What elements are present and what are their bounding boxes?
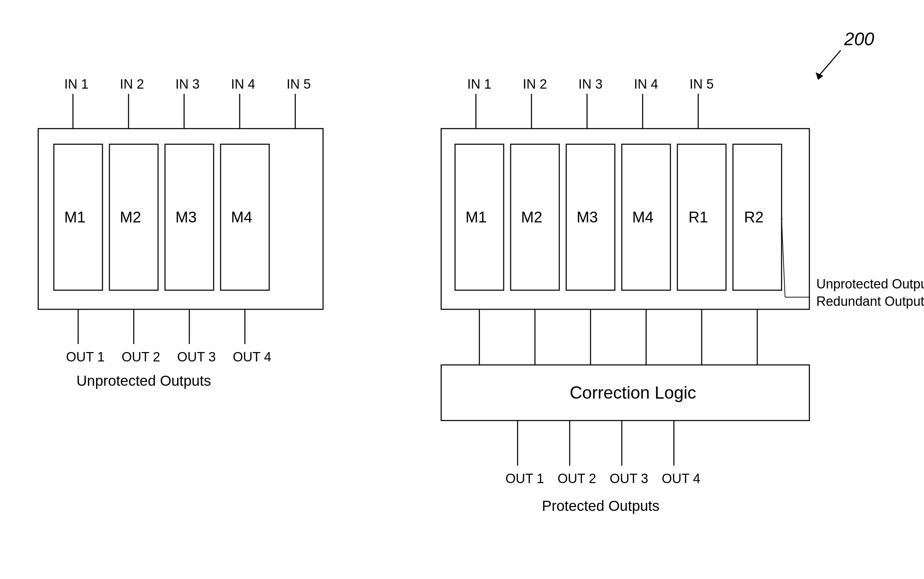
left-out3-label: OUT 3 bbox=[177, 350, 216, 364]
side-label-line1: Unprotected Outputs + bbox=[816, 276, 924, 291]
diagram-container: 200 IN 1 IN 2 IN 3 IN 4 IN 5 M1 M2 M3 bbox=[0, 0, 924, 579]
ref-number: 200 bbox=[844, 29, 874, 49]
right-in2-label: IN 2 bbox=[523, 77, 547, 92]
side-label-line2: Redundant Outputs bbox=[816, 294, 924, 309]
svg-marker-1 bbox=[816, 72, 823, 80]
right-m4-label: M4 bbox=[632, 209, 653, 226]
left-out1-label: OUT 1 bbox=[66, 350, 104, 364]
left-in2-label: IN 2 bbox=[120, 77, 144, 92]
left-bottom-label: Unprotected Outputs bbox=[77, 373, 211, 389]
svg-line-0 bbox=[820, 51, 841, 75]
right-out1-label: OUT 1 bbox=[505, 471, 544, 486]
correction-logic-label: Correction Logic bbox=[570, 383, 696, 402]
right-m3-label: M3 bbox=[576, 209, 598, 226]
right-bottom-label: Protected Outputs bbox=[542, 498, 660, 514]
right-in1-label: IN 1 bbox=[467, 77, 491, 92]
right-in4-label: IN 4 bbox=[634, 77, 658, 92]
left-in5-label: IN 5 bbox=[287, 77, 311, 92]
right-in3-label: IN 3 bbox=[578, 77, 603, 92]
right-out2-label: OUT 2 bbox=[558, 471, 596, 486]
right-r1-label: R1 bbox=[689, 209, 708, 226]
left-m1-label: M1 bbox=[64, 209, 85, 226]
left-m4-label: M4 bbox=[231, 209, 252, 226]
left-m3-label: M3 bbox=[175, 209, 197, 226]
left-in1-label: IN 1 bbox=[64, 77, 88, 92]
right-out4-label: OUT 4 bbox=[662, 471, 700, 486]
right-out3-label: OUT 3 bbox=[610, 471, 648, 486]
right-in5-label: IN 5 bbox=[689, 77, 714, 92]
left-m2-label: M2 bbox=[120, 209, 141, 226]
right-r2-label: R2 bbox=[744, 209, 764, 226]
right-m2-label: M2 bbox=[521, 209, 542, 226]
left-in4-label: IN 4 bbox=[231, 77, 255, 92]
left-out2-label: OUT 2 bbox=[122, 350, 160, 364]
left-in3-label: IN 3 bbox=[175, 77, 200, 92]
left-out4-label: OUT 4 bbox=[233, 350, 271, 364]
right-m1-label: M1 bbox=[465, 209, 486, 226]
